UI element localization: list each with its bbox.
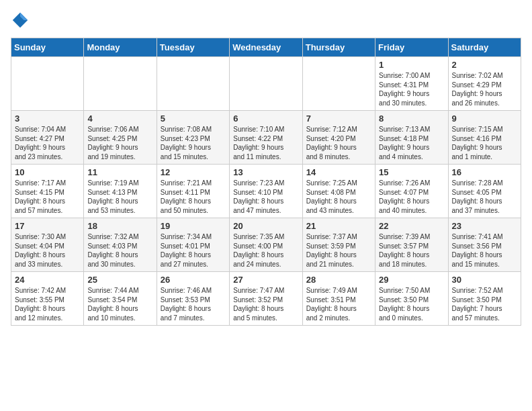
calendar-cell: 5Sunrise: 7:08 AM Sunset: 4:23 PM Daylig… xyxy=(157,111,229,165)
calendar-cell xyxy=(302,57,375,111)
day-number: 19 xyxy=(161,221,226,231)
day-number: 26 xyxy=(161,275,226,285)
calendar-cell: 9Sunrise: 7:15 AM Sunset: 4:16 PM Daylig… xyxy=(448,111,521,165)
calendar-week-row: 24Sunrise: 7:42 AM Sunset: 3:55 PM Dayli… xyxy=(11,272,521,326)
day-info: Sunrise: 7:08 AM Sunset: 4:23 PM Dayligh… xyxy=(161,125,226,161)
day-info: Sunrise: 7:32 AM Sunset: 4:03 PM Dayligh… xyxy=(87,232,152,269)
day-info: Sunrise: 7:49 AM Sunset: 3:51 PM Dayligh… xyxy=(306,286,371,322)
day-info: Sunrise: 7:42 AM Sunset: 3:55 PM Dayligh… xyxy=(15,286,80,322)
weekday-header-saturday: Saturday xyxy=(448,38,521,57)
day-info: Sunrise: 7:47 AM Sunset: 3:52 PM Dayligh… xyxy=(233,286,298,322)
day-number: 9 xyxy=(452,113,517,124)
calendar-cell: 17Sunrise: 7:30 AM Sunset: 4:04 PM Dayli… xyxy=(11,218,84,272)
day-number: 24 xyxy=(15,275,80,285)
day-info: Sunrise: 7:00 AM Sunset: 4:31 PM Dayligh… xyxy=(379,71,444,107)
day-number: 3 xyxy=(15,113,80,124)
day-info: Sunrise: 7:37 AM Sunset: 3:59 PM Dayligh… xyxy=(306,232,371,269)
day-number: 18 xyxy=(87,221,152,231)
day-info: Sunrise: 7:19 AM Sunset: 4:13 PM Dayligh… xyxy=(87,179,152,215)
calendar-cell: 15Sunrise: 7:26 AM Sunset: 4:07 PM Dayli… xyxy=(375,165,448,218)
calendar-cell: 28Sunrise: 7:49 AM Sunset: 3:51 PM Dayli… xyxy=(302,272,375,326)
day-info: Sunrise: 7:06 AM Sunset: 4:25 PM Dayligh… xyxy=(87,125,152,161)
calendar-cell: 4Sunrise: 7:06 AM Sunset: 4:25 PM Daylig… xyxy=(84,111,157,165)
day-info: Sunrise: 7:04 AM Sunset: 4:27 PM Dayligh… xyxy=(15,125,80,161)
day-number: 5 xyxy=(161,113,226,124)
day-info: Sunrise: 7:13 AM Sunset: 4:18 PM Dayligh… xyxy=(379,125,444,161)
day-number: 17 xyxy=(15,221,80,231)
day-info: Sunrise: 7:15 AM Sunset: 4:16 PM Dayligh… xyxy=(452,125,517,161)
calendar-cell: 20Sunrise: 7:35 AM Sunset: 4:00 PM Dayli… xyxy=(230,218,302,272)
day-info: Sunrise: 7:34 AM Sunset: 4:01 PM Dayligh… xyxy=(161,232,226,269)
day-number: 15 xyxy=(379,167,444,177)
calendar-cell: 24Sunrise: 7:42 AM Sunset: 3:55 PM Dayli… xyxy=(11,272,84,326)
calendar-cell: 6Sunrise: 7:10 AM Sunset: 4:22 PM Daylig… xyxy=(230,111,302,165)
calendar-cell: 16Sunrise: 7:28 AM Sunset: 4:05 PM Dayli… xyxy=(448,165,521,218)
logo-icon xyxy=(11,11,30,30)
calendar-cell: 29Sunrise: 7:50 AM Sunset: 3:50 PM Dayli… xyxy=(375,272,448,326)
calendar-week-row: 3Sunrise: 7:04 AM Sunset: 4:27 PM Daylig… xyxy=(11,111,521,165)
day-number: 27 xyxy=(233,275,298,285)
calendar-cell: 19Sunrise: 7:34 AM Sunset: 4:01 PM Dayli… xyxy=(157,218,229,272)
day-number: 13 xyxy=(233,167,298,177)
day-info: Sunrise: 7:28 AM Sunset: 4:05 PM Dayligh… xyxy=(452,179,517,215)
calendar-header-row: SundayMondayTuesdayWednesdayThursdayFrid… xyxy=(11,38,521,57)
day-number: 21 xyxy=(306,221,371,231)
day-number: 20 xyxy=(233,221,298,231)
calendar-cell xyxy=(11,57,84,111)
calendar-cell xyxy=(157,57,229,111)
day-number: 1 xyxy=(379,60,444,70)
calendar-cell: 11Sunrise: 7:19 AM Sunset: 4:13 PM Dayli… xyxy=(84,165,157,218)
day-info: Sunrise: 7:44 AM Sunset: 3:54 PM Dayligh… xyxy=(87,286,152,322)
calendar-cell: 13Sunrise: 7:23 AM Sunset: 4:10 PM Dayli… xyxy=(230,165,302,218)
day-info: Sunrise: 7:46 AM Sunset: 3:53 PM Dayligh… xyxy=(161,286,226,322)
calendar-cell: 7Sunrise: 7:12 AM Sunset: 4:20 PM Daylig… xyxy=(302,111,375,165)
day-number: 23 xyxy=(452,221,517,231)
day-number: 11 xyxy=(87,167,152,177)
day-info: Sunrise: 7:35 AM Sunset: 4:00 PM Dayligh… xyxy=(233,232,298,269)
day-number: 22 xyxy=(379,221,444,231)
calendar-cell: 25Sunrise: 7:44 AM Sunset: 3:54 PM Dayli… xyxy=(84,272,157,326)
day-number: 2 xyxy=(452,60,517,70)
calendar-table: SundayMondayTuesdayWednesdayThursdayFrid… xyxy=(11,38,521,326)
logo xyxy=(11,11,32,30)
day-number: 10 xyxy=(15,167,80,177)
calendar-cell: 2Sunrise: 7:02 AM Sunset: 4:29 PM Daylig… xyxy=(448,57,521,111)
day-number: 12 xyxy=(161,167,226,177)
day-info: Sunrise: 7:21 AM Sunset: 4:11 PM Dayligh… xyxy=(161,179,226,215)
calendar-cell: 1Sunrise: 7:00 AM Sunset: 4:31 PM Daylig… xyxy=(375,57,448,111)
day-number: 14 xyxy=(306,167,371,177)
page-header xyxy=(11,11,521,30)
calendar-cell: 8Sunrise: 7:13 AM Sunset: 4:18 PM Daylig… xyxy=(375,111,448,165)
weekday-header-wednesday: Wednesday xyxy=(230,38,302,57)
calendar-cell xyxy=(230,57,302,111)
calendar-cell: 3Sunrise: 7:04 AM Sunset: 4:27 PM Daylig… xyxy=(11,111,84,165)
day-info: Sunrise: 7:50 AM Sunset: 3:50 PM Dayligh… xyxy=(379,286,444,322)
day-number: 25 xyxy=(87,275,152,285)
day-number: 29 xyxy=(379,275,444,285)
weekday-header-monday: Monday xyxy=(84,38,157,57)
calendar-cell: 18Sunrise: 7:32 AM Sunset: 4:03 PM Dayli… xyxy=(84,218,157,272)
day-info: Sunrise: 7:41 AM Sunset: 3:56 PM Dayligh… xyxy=(452,232,517,269)
day-info: Sunrise: 7:23 AM Sunset: 4:10 PM Dayligh… xyxy=(233,179,298,215)
calendar-cell: 12Sunrise: 7:21 AM Sunset: 4:11 PM Dayli… xyxy=(157,165,229,218)
calendar-cell: 23Sunrise: 7:41 AM Sunset: 3:56 PM Dayli… xyxy=(448,218,521,272)
calendar-week-row: 10Sunrise: 7:17 AM Sunset: 4:15 PM Dayli… xyxy=(11,165,521,218)
calendar-cell: 30Sunrise: 7:52 AM Sunset: 3:50 PM Dayli… xyxy=(448,272,521,326)
weekday-header-sunday: Sunday xyxy=(11,38,84,57)
day-info: Sunrise: 7:12 AM Sunset: 4:20 PM Dayligh… xyxy=(306,125,371,161)
day-info: Sunrise: 7:39 AM Sunset: 3:57 PM Dayligh… xyxy=(379,232,444,269)
calendar-cell: 26Sunrise: 7:46 AM Sunset: 3:53 PM Dayli… xyxy=(157,272,229,326)
day-number: 30 xyxy=(452,275,517,285)
day-info: Sunrise: 7:02 AM Sunset: 4:29 PM Dayligh… xyxy=(452,71,517,107)
calendar-week-row: 17Sunrise: 7:30 AM Sunset: 4:04 PM Dayli… xyxy=(11,218,521,272)
calendar-cell: 27Sunrise: 7:47 AM Sunset: 3:52 PM Dayli… xyxy=(230,272,302,326)
day-number: 8 xyxy=(379,113,444,124)
day-number: 28 xyxy=(306,275,371,285)
day-info: Sunrise: 7:52 AM Sunset: 3:50 PM Dayligh… xyxy=(452,286,517,322)
calendar-cell xyxy=(84,57,157,111)
day-number: 16 xyxy=(452,167,517,177)
day-info: Sunrise: 7:25 AM Sunset: 4:08 PM Dayligh… xyxy=(306,179,371,215)
day-number: 6 xyxy=(233,113,298,124)
calendar-cell: 10Sunrise: 7:17 AM Sunset: 4:15 PM Dayli… xyxy=(11,165,84,218)
day-number: 4 xyxy=(87,113,152,124)
